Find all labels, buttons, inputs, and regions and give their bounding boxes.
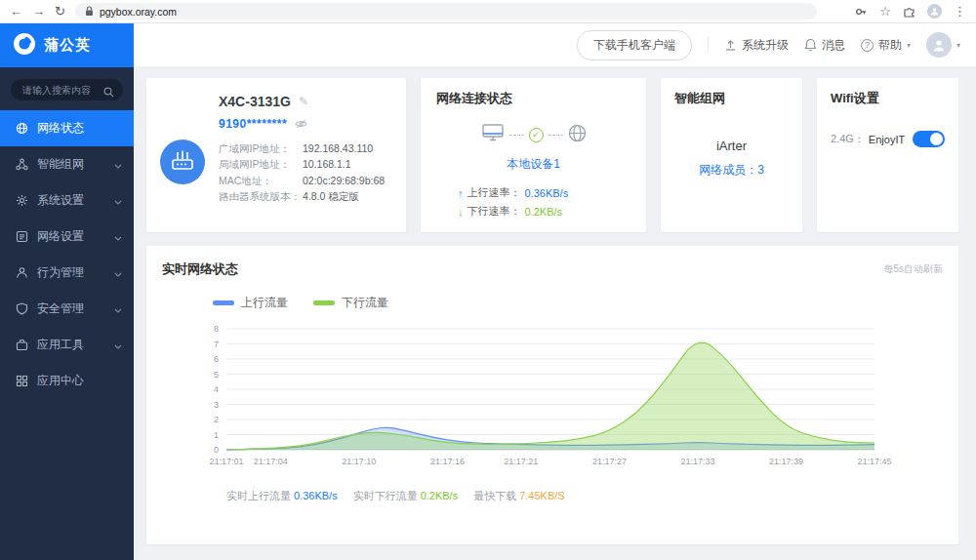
sidebar-item-label: 行为管理 <box>37 264 84 281</box>
upload-rate-label: 上行速率： <box>468 185 521 200</box>
network-settings-icon <box>16 230 28 243</box>
help-menu[interactable]: ? 帮助 ▾ <box>861 37 911 54</box>
address-bar[interactable]: pgybox.oray.com <box>75 3 817 20</box>
sidebar-item-security-management[interactable]: 安全管理 <box>0 291 134 327</box>
legend-item-download[interactable]: 下行流量 <box>313 295 388 311</box>
star-icon[interactable]: ☆ <box>879 5 891 18</box>
members-count: 3 <box>757 163 764 177</box>
globe-icon <box>568 124 587 146</box>
refresh-icon[interactable]: ↻ <box>55 5 65 18</box>
connector-dash <box>509 135 524 136</box>
refresh-note: 每5s自动刷新 <box>883 262 943 276</box>
browser-menu-icon[interactable]: ⋮ <box>954 5 966 18</box>
legend-swatch-download <box>313 300 335 305</box>
edit-icon[interactable]: ✎ <box>299 95 308 108</box>
traffic-chart-svg: 01234567821:17:0121:17:0421:17:1021:17:1… <box>162 321 943 475</box>
wifi-band-label: 2.4G： <box>831 132 865 146</box>
header-divider <box>708 37 709 53</box>
realtime-traffic-card: 实时网络状态 每5s自动刷新 上行流量 下行流量 <box>146 246 958 544</box>
system-upgrade-button[interactable]: 系统升级 <box>724 37 789 54</box>
chevron-down-icon <box>114 266 122 280</box>
network-members-link[interactable]: 网络成员：3 <box>674 162 789 179</box>
sidebar-item-network-settings[interactable]: 网络设置 <box>0 219 134 255</box>
legend-swatch-upload <box>213 300 234 305</box>
svg-text:0: 0 <box>214 445 219 455</box>
download-app-button[interactable]: 下载手机客户端 <box>577 30 692 60</box>
user-menu[interactable]: ▾ <box>926 32 960 58</box>
field-value: 02:0c:29:68:9b:68 <box>303 173 385 188</box>
upload-rate-row: ↑ 上行速率： 0.36KB/s <box>458 185 630 200</box>
check-icon: ✓ <box>529 128 544 142</box>
svg-text:21:17:21: 21:17:21 <box>504 457 538 466</box>
sidebar-item-label: 应用工具 <box>37 337 84 353</box>
svg-text:21:17:01: 21:17:01 <box>209 457 243 466</box>
svg-text:21:17:04: 21:17:04 <box>254 457 288 466</box>
router-icon <box>160 140 205 184</box>
sidebar-item-app-tools[interactable]: 应用工具 <box>0 327 134 363</box>
up-arrow-icon: ↑ <box>458 187 464 199</box>
forward-icon[interactable]: → <box>32 5 45 18</box>
logo-icon <box>13 32 36 60</box>
legend-label: 下行流量 <box>342 295 388 311</box>
wifi-ssid: EnjoyIT <box>869 134 905 145</box>
wifi-settings-card: Wifi设置 2.4G： EnjoyIT <box>817 78 958 232</box>
screen: ← → ↻ pgybox.oray.com ☆ ⋮ <box>0 0 976 560</box>
svg-text:3: 3 <box>214 400 219 410</box>
card-title: Wifi设置 <box>831 90 945 107</box>
tools-icon <box>16 339 28 351</box>
browser-chrome: ← → ↻ pgybox.oray.com ☆ ⋮ <box>0 0 976 23</box>
messages-button[interactable]: 消息 <box>804 37 845 54</box>
top-header: 下载手机客户端 系统升级 消息 ? 帮助 ▾ <box>134 23 976 66</box>
network-status-icon <box>16 122 28 135</box>
sidebar-item-label: 网络设置 <box>37 228 84 245</box>
download-rate-label: 下行速率： <box>468 204 521 219</box>
legend-item-upload[interactable]: 上行流量 <box>213 295 288 311</box>
chevron-down-icon <box>114 194 122 208</box>
sidebar: 蒲公英 网络状态 智能组网 <box>0 23 134 560</box>
help-icon: ? <box>861 39 874 52</box>
realtime-stats: 实时上行流量0.36KB/s 实时下行流量0.2KB/s 最快下载7.45KB/… <box>226 489 943 503</box>
eye-off-icon[interactable] <box>295 115 307 133</box>
router-info-card: X4C-3131G ✎ 9190******** <box>146 78 406 232</box>
sidebar-menu: 网络状态 智能组网 系统设置 网络设置 <box>0 110 134 399</box>
sidebar-item-smart-network[interactable]: 智能组网 <box>0 146 134 182</box>
field-label: 广域网IP地址： <box>219 140 303 156</box>
key-icon[interactable] <box>854 5 868 19</box>
svg-text:21:17:39: 21:17:39 <box>769 457 803 466</box>
lock-icon <box>85 3 94 20</box>
smart-network-card: 智能组网 iArter 网络成员：3 <box>661 78 802 232</box>
help-label: 帮助 <box>878 37 902 54</box>
sidebar-item-app-center[interactable]: 应用中心 <box>0 363 134 399</box>
sidebar-item-label: 安全管理 <box>37 300 84 317</box>
browser-profile-avatar[interactable] <box>927 4 942 19</box>
field-value: 4.8.0 稳定版 <box>303 188 359 204</box>
back-icon[interactable]: ← <box>10 5 22 18</box>
main-content: X4C-3131G ✎ 9190******** <box>134 66 976 544</box>
caret-down-icon: ▾ <box>956 41 960 50</box>
upgrade-icon <box>724 39 737 52</box>
svg-text:4: 4 <box>214 384 219 394</box>
field-label: 局域网IP地址： <box>219 156 303 172</box>
chevron-down-icon <box>114 230 122 244</box>
search-icon[interactable] <box>103 84 114 101</box>
sidebar-item-network-status[interactable]: 网络状态 <box>0 110 134 146</box>
app-logo[interactable]: 蒲公英 <box>0 23 134 67</box>
local-device-link[interactable]: 本地设备1 <box>436 156 630 173</box>
sidebar-item-behavior-management[interactable]: 行为管理 <box>0 255 134 291</box>
extensions-icon[interactable] <box>903 5 915 18</box>
security-shield-icon <box>16 302 28 315</box>
router-field-mac: MAC地址： 02:0c:29:68:9b:68 <box>219 173 392 188</box>
sidebar-item-system-settings[interactable]: 系统设置 <box>0 182 134 219</box>
wifi-toggle[interactable] <box>913 131 945 147</box>
chevron-down-icon <box>114 339 122 352</box>
smart-network-icon <box>16 158 28 171</box>
field-label: MAC地址： <box>219 173 303 188</box>
sidebar-item-label: 智能组网 <box>37 156 84 173</box>
upload-rate-value: 0.36KB/s <box>525 187 569 199</box>
behavior-management-icon <box>16 266 28 279</box>
field-label: 路由器系统版本： <box>219 188 303 204</box>
field-value: 192.168.43.110 <box>303 140 373 156</box>
svg-text:21:17:45: 21:17:45 <box>857 457 891 466</box>
svg-text:7: 7 <box>214 340 219 349</box>
router-field-lan-ip: 局域网IP地址： 10.168.1.1 <box>219 156 392 172</box>
